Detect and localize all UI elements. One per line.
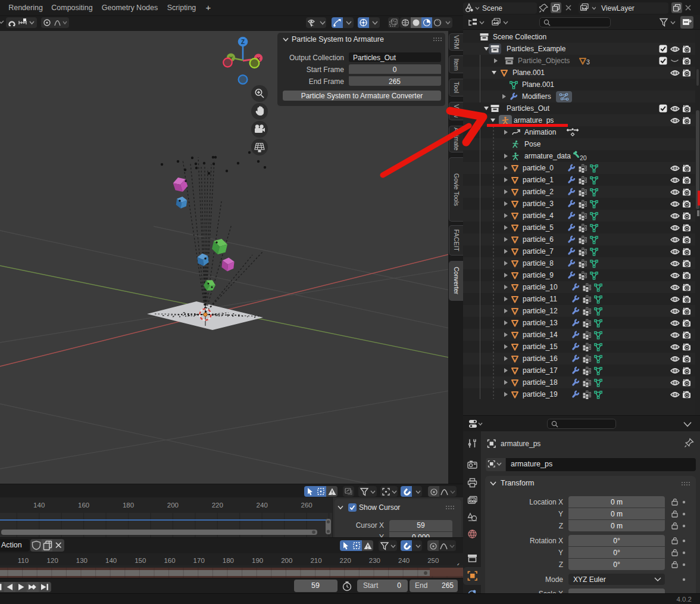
svg-text:Z: Z [241,39,245,45]
